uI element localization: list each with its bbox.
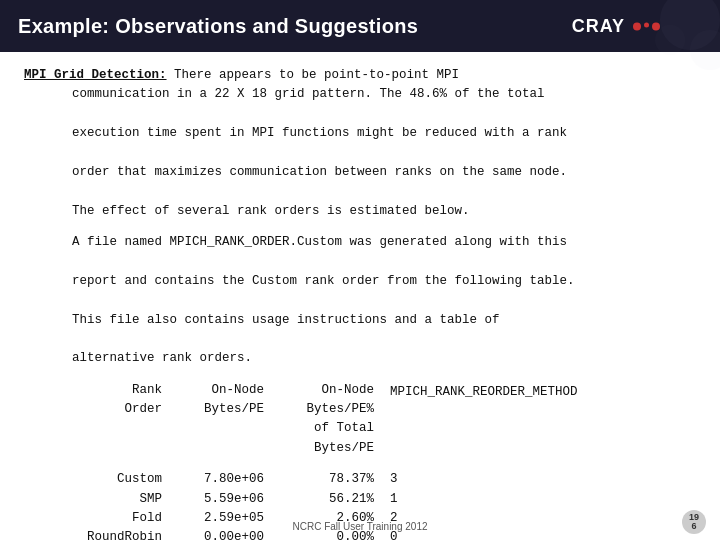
- col2-header: On-Node Bytes/PE: [162, 381, 272, 459]
- slide-num-bottom: 6: [689, 522, 699, 531]
- section1-label-text: MPI Grid Detection:: [24, 68, 167, 82]
- rank-order-table: Rank Order On-Node Bytes/PE On-Node Byte…: [72, 381, 696, 540]
- table-row: Custom 7.80e+06 78.37% 3: [72, 470, 696, 489]
- row-order: Custom: [72, 470, 162, 489]
- col2-header-line2: Bytes/PE: [204, 402, 264, 416]
- row-method: 1: [382, 490, 602, 509]
- row-bytes-pct: 78.37%: [272, 470, 382, 489]
- slide-title: Example: Observations and Suggestions: [18, 15, 418, 38]
- section1-line1: There appears to be point-to-point MPI: [174, 68, 459, 82]
- col1-header: Rank Order: [72, 381, 162, 459]
- row-bytes-pe: 5.59e+06: [162, 490, 272, 509]
- slide: Example: Observations and Suggestions CR…: [0, 0, 720, 540]
- table-row: SMP 5.59e+06 56.21% 1: [72, 490, 696, 509]
- col3-header-line2: Bytes/PE%: [306, 402, 374, 416]
- col1-header-line1: Rank: [132, 383, 162, 397]
- slide-number-badge: 19 6: [682, 510, 706, 534]
- paragraph-1: MPI Grid Detection: There appears to be …: [24, 66, 696, 221]
- section1-line3: execution time spent in MPI functions mi…: [72, 124, 696, 143]
- col3-header: On-Node Bytes/PE% of Total Bytes/PE: [272, 381, 382, 459]
- section1-line4: order that maximizes communication betwe…: [72, 163, 696, 182]
- paragraph-2: A file named MPICH_RANK_ORDER.Custom was…: [24, 233, 696, 369]
- section1-line5: The effect of several rank orders is est…: [72, 202, 696, 221]
- col4-header: MPICH_RANK_REORDER_METHOD: [382, 381, 602, 459]
- row-method: 3: [382, 470, 602, 489]
- footer: NCRC Fall User Training 2012: [0, 521, 720, 532]
- slide-number-text: 19 6: [689, 513, 699, 531]
- col3-header-line1: On-Node: [321, 383, 374, 397]
- col2-header-line1: On-Node: [211, 383, 264, 397]
- table-header: Rank Order On-Node Bytes/PE On-Node Byte…: [72, 381, 696, 459]
- section2-line4: alternative rank orders.: [72, 349, 696, 368]
- col3-header-line4: Bytes/PE: [314, 441, 374, 455]
- row-bytes-pct: 56.21%: [272, 490, 382, 509]
- section2-line1: A file named MPICH_RANK_ORDER.Custom was…: [72, 233, 696, 252]
- section2-line3: This file also contains usage instructio…: [72, 311, 696, 330]
- row-bytes-pe: 7.80e+06: [162, 470, 272, 489]
- col3-header-line3: of Total: [314, 421, 374, 435]
- col4-header-text: MPICH_RANK_REORDER_METHOD: [390, 385, 578, 399]
- col1-header-line2: Order: [124, 402, 162, 416]
- row-order: SMP: [72, 490, 162, 509]
- main-content: MPI Grid Detection: There appears to be …: [0, 52, 720, 540]
- section1-label: MPI Grid Detection: There appears to be …: [24, 68, 459, 82]
- section2-line2: report and contains the Custom rank orde…: [72, 272, 696, 291]
- background-pattern: [600, 0, 720, 120]
- svg-point-2: [655, 25, 685, 55]
- footer-text: NCRC Fall User Training 2012: [292, 521, 427, 532]
